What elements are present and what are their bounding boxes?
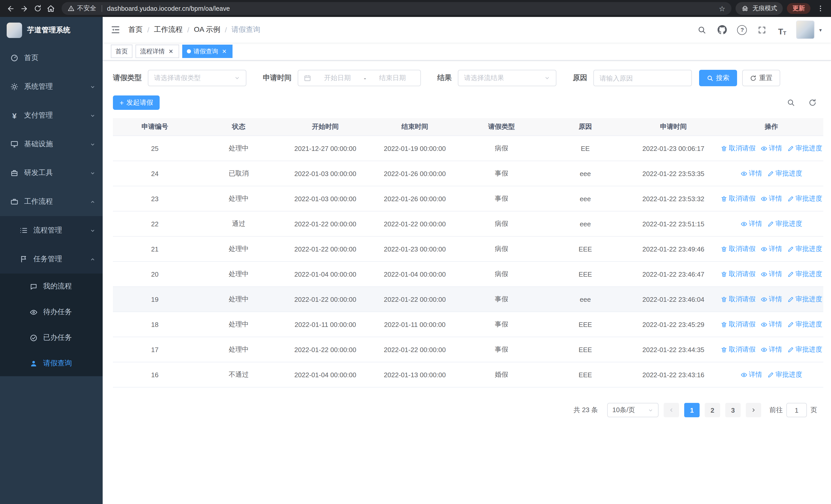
sidebar-item-my-process[interactable]: 我的流程 (0, 273, 103, 299)
fullscreen-icon[interactable] (756, 24, 768, 36)
reason-input[interactable] (593, 70, 692, 86)
breadcrumb-oa-example[interactable]: OA 示例 (194, 25, 221, 34)
progress-link[interactable]: 审批进度 (767, 219, 802, 228)
next-page-button[interactable] (746, 403, 761, 417)
sidebar-item-workflow[interactable]: 工作流程 (0, 187, 103, 216)
page-button-1[interactable]: 1 (684, 403, 699, 417)
cell-type: 病假 (460, 236, 544, 262)
app-title: 芋道管理系统 (27, 26, 70, 35)
progress-link[interactable]: 审批进度 (787, 144, 822, 153)
security-warning[interactable]: 不安全 (68, 4, 96, 13)
update-button[interactable]: 更新 (787, 3, 810, 14)
cancel-link[interactable]: 取消请假 (721, 269, 755, 279)
reset-button[interactable]: 重置 (742, 70, 780, 86)
sidebar-item-home[interactable]: 首页 (0, 43, 103, 72)
chevron-down-icon[interactable]: ▾ (819, 27, 822, 33)
sidebar-item-process-management[interactable]: 流程管理 (0, 216, 103, 245)
close-icon[interactable]: ✕ (221, 48, 228, 55)
help-icon[interactable]: ? (736, 24, 748, 36)
eye-icon (761, 245, 767, 252)
cancel-link[interactable]: 取消请假 (721, 320, 755, 329)
sidebar-toggle-icon[interactable] (103, 17, 128, 42)
forward-icon[interactable] (18, 2, 31, 15)
font-size-icon[interactable]: TT (776, 24, 789, 36)
cell-reason: EEE (543, 236, 627, 262)
leave-type-select[interactable]: 请选择请假类型 (148, 70, 247, 86)
app-logo-row[interactable]: 芋道管理系统 (0, 17, 103, 43)
toggle-search-icon[interactable] (786, 98, 796, 107)
back-icon[interactable] (4, 2, 18, 15)
column-header: 结束时间 (370, 118, 460, 136)
progress-link[interactable]: 审批进度 (767, 370, 802, 379)
sidebar-item-system[interactable]: 系统管理 (0, 72, 103, 101)
trash-icon (721, 245, 727, 252)
create-leave-button[interactable]: + 发起请假 (113, 95, 160, 110)
github-icon[interactable] (716, 24, 728, 36)
cancel-link[interactable]: 取消请假 (721, 345, 755, 354)
cell-id: 20 (113, 262, 197, 287)
filter-bar: 请假类型 请选择请假类型 申请时间 开始日期 - 结束日期 结果 (113, 70, 823, 86)
tab-leave-query[interactable]: 请假查询 ✕ (182, 45, 232, 58)
page-button-2[interactable]: 2 (705, 403, 720, 417)
cancel-link[interactable]: 取消请假 (721, 194, 755, 203)
sidebar-item-done-tasks[interactable]: 已办任务 (0, 325, 103, 351)
progress-link[interactable]: 审批进度 (767, 169, 802, 178)
detail-link[interactable]: 详情 (741, 219, 762, 228)
detail-link[interactable]: 详情 (761, 295, 782, 304)
refresh-table-icon[interactable] (808, 98, 817, 107)
detail-link[interactable]: 详情 (761, 144, 782, 153)
tab-home[interactable]: 首页 (111, 45, 133, 58)
url-bar[interactable]: 不安全 dashboard.yudao.iocoder.cn/bpm/oa/le… (62, 2, 732, 15)
search-icon[interactable] (696, 24, 708, 36)
tab-process-detail[interactable]: 流程详情 ✕ (136, 45, 179, 58)
cancel-link[interactable]: 取消请假 (721, 295, 755, 304)
cell-actions: 取消请假详情审批进度 (720, 136, 823, 161)
progress-link[interactable]: 审批进度 (787, 345, 822, 354)
sidebar-item-leave-query[interactable]: 请假查询 (0, 351, 103, 376)
sidebar-item-task-management[interactable]: 任务管理 (0, 245, 103, 273)
detail-link[interactable]: 详情 (741, 370, 762, 379)
sidebar-item-dev-tools[interactable]: 研发工具 (0, 158, 103, 187)
reload-icon[interactable] (31, 2, 44, 15)
home-icon[interactable] (44, 2, 57, 15)
detail-link[interactable]: 详情 (761, 244, 782, 254)
page-button-3[interactable]: 3 (725, 403, 741, 417)
goto-page-input[interactable] (786, 403, 807, 417)
edit-icon (767, 371, 774, 378)
breadcrumb-home[interactable]: 首页 (128, 25, 143, 34)
bookmark-star-icon[interactable]: ☆ (719, 4, 725, 12)
sidebar-item-infrastructure[interactable]: 基础设施 (0, 130, 103, 158)
prev-page-button[interactable] (664, 403, 679, 417)
search-button[interactable]: 搜索 (699, 70, 737, 86)
trash-icon (721, 296, 727, 302)
result-select[interactable]: 请选择流结果 (458, 70, 556, 86)
detail-link[interactable]: 详情 (761, 320, 782, 329)
cell-id: 19 (113, 287, 197, 312)
date-range-picker[interactable]: 开始日期 - 结束日期 (298, 70, 421, 86)
cell-id: 16 (113, 362, 197, 387)
column-header: 开始时间 (281, 118, 370, 136)
breadcrumb-workflow[interactable]: 工作流程 (154, 25, 183, 34)
sidebar-item-todo-tasks[interactable]: 待办任务 (0, 299, 103, 325)
cell-reason: eee (543, 211, 627, 236)
detail-link[interactable]: 详情 (761, 345, 782, 354)
sidebar-item-payment[interactable]: ¥ 支付管理 (0, 101, 103, 130)
detail-link[interactable]: 详情 (741, 169, 762, 178)
detail-link[interactable]: 详情 (761, 269, 782, 279)
progress-link[interactable]: 审批进度 (787, 320, 822, 329)
chevron-up-icon (90, 199, 95, 205)
cancel-link[interactable]: 取消请假 (721, 144, 755, 153)
avatar[interactable] (796, 21, 814, 39)
chevron-down-icon (90, 228, 95, 233)
edit-icon (767, 220, 774, 227)
progress-link[interactable]: 审批进度 (787, 269, 822, 279)
cell-applied: 2022-01-22 23:53:32 (627, 186, 720, 211)
browser-menu-icon[interactable] (813, 2, 827, 15)
progress-link[interactable]: 审批进度 (787, 244, 822, 254)
cancel-link[interactable]: 取消请假 (721, 244, 755, 254)
detail-link[interactable]: 详情 (761, 194, 782, 203)
progress-link[interactable]: 审批进度 (787, 194, 822, 203)
page-size-select[interactable]: 10条/页 (607, 403, 659, 417)
progress-link[interactable]: 审批进度 (787, 295, 822, 304)
close-icon[interactable]: ✕ (167, 48, 174, 55)
